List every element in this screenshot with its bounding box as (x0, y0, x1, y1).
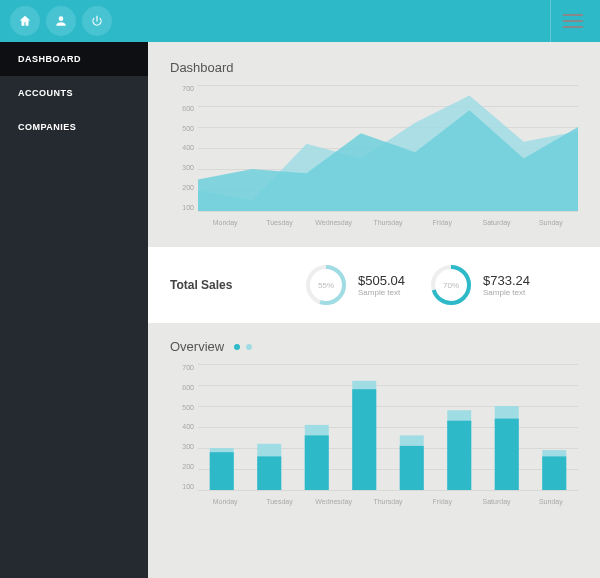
svg-rect-14 (305, 435, 329, 490)
svg-rect-17 (447, 421, 471, 490)
power-icon[interactable] (82, 6, 112, 36)
x-tick: Sunday (524, 494, 578, 514)
svg-rect-15 (352, 389, 376, 490)
menu-icon[interactable] (550, 0, 590, 42)
svg-rect-13 (257, 456, 281, 490)
x-tick: Friday (415, 494, 469, 514)
metric-subtext: Sample text (358, 288, 405, 297)
donut-chart: 55% (304, 263, 348, 307)
dashboard-chart: 700600500400300200100 MondayTuesdayWedne… (170, 85, 578, 235)
sales-metric: 70%$733.24Sample text (429, 263, 530, 307)
y-tick: 700 (170, 85, 198, 92)
legend-dot-primary (234, 344, 240, 350)
user-icon[interactable] (46, 6, 76, 36)
total-sales-band: Total Sales 55%$505.04Sample text70%$733… (148, 247, 600, 323)
legend-dot-secondary (246, 344, 252, 350)
svg-rect-18 (495, 419, 519, 490)
y-tick: 400 (170, 423, 198, 430)
x-tick: Tuesday (252, 215, 306, 235)
sales-metric: 55%$505.04Sample text (304, 263, 405, 307)
y-tick: 300 (170, 164, 198, 171)
home-icon[interactable] (10, 6, 40, 36)
x-tick: Sunday (524, 215, 578, 235)
y-tick: 300 (170, 443, 198, 450)
svg-rect-16 (400, 446, 424, 490)
y-tick: 100 (170, 483, 198, 490)
x-tick: Thursday (361, 215, 415, 235)
y-tick: 200 (170, 463, 198, 470)
x-tick: Tuesday (252, 494, 306, 514)
legend-dots (234, 344, 252, 350)
sidebar: DASHBOARDACCOUNTSCOMPANIES (0, 42, 148, 578)
sidebar-item-dashboard[interactable]: DASHBOARD (0, 42, 148, 76)
svg-rect-19 (542, 456, 566, 490)
x-tick: Wednesday (307, 494, 361, 514)
x-tick: Friday (415, 215, 469, 235)
metric-subtext: Sample text (483, 288, 530, 297)
sidebar-item-companies[interactable]: COMPANIES (0, 110, 148, 144)
x-tick: Saturday (469, 215, 523, 235)
overview-title: Overview (170, 339, 224, 354)
x-tick: Monday (198, 494, 252, 514)
y-tick: 100 (170, 204, 198, 211)
main: Dashboard 700600500400300200100 MondayTu… (148, 42, 600, 578)
donut-chart: 70% (429, 263, 473, 307)
topbar (0, 0, 600, 42)
y-tick: 500 (170, 404, 198, 411)
x-tick: Monday (198, 215, 252, 235)
donut-percent: 55% (304, 263, 348, 307)
metric-value: $733.24 (483, 273, 530, 288)
metric-value: $505.04 (358, 273, 405, 288)
total-sales-title: Total Sales (170, 278, 280, 292)
x-tick: Thursday (361, 494, 415, 514)
y-tick: 400 (170, 144, 198, 151)
sidebar-item-accounts[interactable]: ACCOUNTS (0, 76, 148, 110)
y-tick: 500 (170, 125, 198, 132)
overview-chart: 700600500400300200100 MondayTuesdayWedne… (170, 364, 578, 514)
y-tick: 600 (170, 105, 198, 112)
svg-rect-12 (210, 452, 234, 490)
x-tick: Saturday (469, 494, 523, 514)
y-tick: 700 (170, 364, 198, 371)
dashboard-title: Dashboard (170, 60, 578, 75)
x-tick: Wednesday (307, 215, 361, 235)
y-tick: 200 (170, 184, 198, 191)
y-tick: 600 (170, 384, 198, 391)
donut-percent: 70% (429, 263, 473, 307)
